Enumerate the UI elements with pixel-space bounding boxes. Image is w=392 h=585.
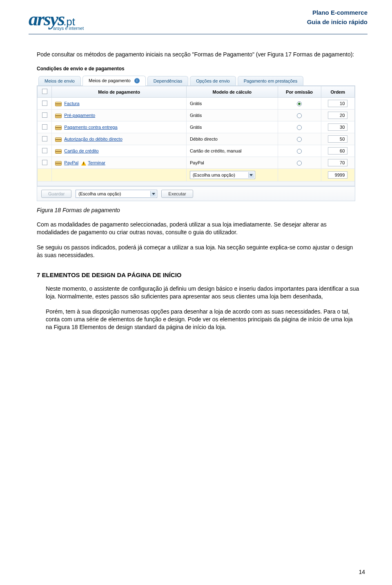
table-row: FacturaGrátis10 [38,98,355,110]
order-input[interactable]: 9999 [328,171,347,179]
payment-icon [55,149,62,154]
order-input[interactable]: 30 [328,123,347,131]
section-para1: Neste momento, o assistente de configura… [46,285,359,300]
logo-tagline: arsys é internet [29,26,84,31]
payment-icon [55,114,62,118]
payment-table: Meio de pagamento Modelo de cálculo Por … [37,86,355,186]
tab-meios-envio[interactable]: Meios de envio [38,76,81,85]
payment-link[interactable]: Pagamento contra entrega [64,125,117,130]
default-radio[interactable] [297,113,302,118]
add-row-select[interactable]: (Escolha uma opção) [190,171,255,179]
payment-link[interactable]: PayPal [64,160,78,165]
payment-link[interactable]: Cartão de crédito [64,148,98,153]
table-row: Cartão de créditoCartão de crédito, manu… [38,145,355,157]
col-modelo: Modelo de cálculo [186,86,278,98]
tab-prestacoes[interactable]: Pagamento em prestações [238,76,303,85]
order-input[interactable]: 70 [328,159,347,166]
figure-caption: Figura 18 Formas de pagamento [37,207,359,213]
chevron-down-icon [150,191,156,197]
info-icon[interactable]: i [134,78,140,83]
order-input[interactable]: 20 [328,112,347,119]
payment-icon [55,137,62,142]
table-footer-bar: Guardar (Escolha uma opção) Executar [37,186,355,201]
row-checkbox[interactable] [42,112,47,118]
table-row: Pagamento contra entregaGrátis30 [38,121,355,133]
order-input[interactable]: 10 [328,100,347,107]
intro-paragraph: Pode consultar os métodos de pagamento i… [37,51,359,58]
row-checkbox[interactable] [42,136,47,141]
default-radio[interactable] [297,161,302,166]
tab-label: Opções de envio [196,78,230,83]
footer-action-select[interactable]: (Escolha uma opção) [76,190,157,198]
modelo-cell: Grátis [186,98,278,110]
tab-label: Dependências [154,78,182,83]
default-radio[interactable] [297,137,302,142]
modelo-cell: Grátis [186,110,278,121]
default-radio[interactable] [297,149,302,154]
col-ordem: Ordem [321,86,354,98]
execute-button[interactable]: Executar [161,190,193,198]
order-input[interactable]: 60 [328,147,347,155]
payment-link[interactable]: Autorização do débito directo [64,137,122,141]
table-row: Autorização do débito directoDébito dire… [38,133,355,145]
payment-icon [55,126,62,130]
modelo-cell: Cartão de crédito, manual [186,145,278,157]
payment-icon [55,161,62,166]
payment-link[interactable]: Pré-pagamento [64,113,95,118]
panel-title: Condições de envio e de pagamentos [37,66,355,72]
col-meio: Meio de pagamento [52,86,187,98]
figure-panel: Condições de envio e de pagamentos Meios… [37,66,355,202]
header-checkbox[interactable] [42,89,47,94]
tab-opcoes-envio[interactable]: Opções de envio [190,76,236,85]
after-fig-para2: Se seguiu os passos indicados, poderá já… [37,244,359,259]
select-value: (Escolha uma opção) [193,173,235,177]
section-para2: Porém, tem à sua disposição numerosas op… [46,308,359,331]
table-row: PayPal TerminarPayPal70 [38,157,355,169]
table-row: Pré-pagamentoGrátis20 [38,110,355,121]
page-number: 14 [359,569,365,575]
select-value: (Escolha uma opção) [78,191,121,196]
payment-icon [55,102,62,106]
warning-icon [81,161,86,166]
row-checkbox[interactable] [42,124,47,130]
default-radio[interactable] [297,101,302,106]
default-radio[interactable] [297,125,302,130]
warn-link[interactable]: Terminar [88,160,105,165]
tab-bar: Meios de envio Meios de pagamento i Depe… [37,76,355,86]
order-input[interactable]: 50 [328,135,347,143]
row-checkbox[interactable] [42,101,47,106]
section-heading: 7 ELEMENTOS DE DESIGN DA PÁGINA DE INÍCI… [37,271,359,278]
tab-label: Pagamento em prestações [244,78,297,83]
header-line2: Guia de início rápido [307,18,368,27]
col-check[interactable] [38,86,52,98]
modelo-cell: Grátis [186,121,278,133]
payment-link[interactable]: Factura [64,101,79,106]
tab-dependencias[interactable]: Dependências [147,76,188,85]
chevron-down-icon [248,172,254,178]
tab-label: Meios de pagamento [89,78,131,83]
modelo-cell: Débito directo [186,133,278,145]
logo: arsys .pt arsys é internet [29,8,84,31]
header-line1: Plano E-commerce [307,8,368,18]
modelo-cell: PayPal [186,157,278,169]
save-button[interactable]: Guardar [41,190,71,198]
add-row: (Escolha uma opção)9999 [38,169,355,182]
header-divider [29,34,368,34]
row-checkbox[interactable] [42,160,47,165]
tab-meios-pagamento[interactable]: Meios de pagamento i [82,76,146,86]
after-fig-para1: Com as modalidades de pagamento seleccio… [37,221,359,236]
tab-label: Meios de envio [45,78,75,83]
col-omissao: Por omissão [278,86,321,98]
row-checkbox[interactable] [42,148,47,153]
